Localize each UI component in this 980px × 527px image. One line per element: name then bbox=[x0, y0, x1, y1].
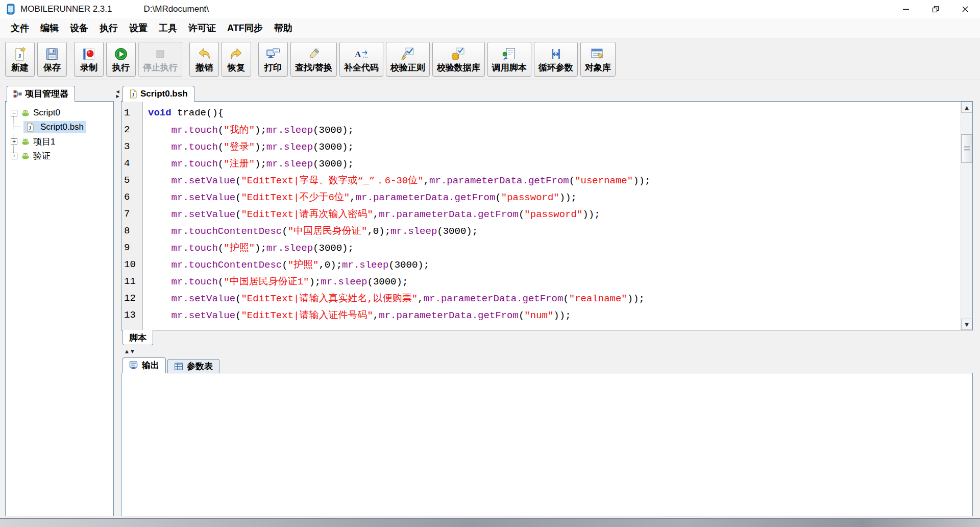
code-editor[interactable]: 1void trade(){2 mr.touch("我的");mr.sleep(… bbox=[121, 102, 973, 330]
tab-output[interactable]: 输出 bbox=[122, 357, 166, 373]
toolbar-group: J新建保存 bbox=[5, 42, 67, 77]
android-icon bbox=[20, 152, 30, 160]
vertical-scrollbar[interactable]: ▲ ▼ bbox=[961, 102, 972, 330]
code-line-1[interactable]: 1void trade(){ bbox=[121, 104, 961, 121]
restore-button[interactable] bbox=[921, 0, 950, 18]
scrollbar-thumb[interactable] bbox=[961, 134, 972, 163]
code-line-9[interactable]: 9 mr.touch("护照");mr.sleep(3000); bbox=[121, 239, 961, 256]
code-line-2[interactable]: 2 mr.touch("我的");mr.sleep(3000); bbox=[121, 121, 961, 138]
svg-text:A: A bbox=[355, 50, 361, 59]
code-text: mr.setValue("EditText|请再次输入密码",mr.parame… bbox=[143, 207, 600, 221]
script-file-icon: J bbox=[129, 89, 137, 99]
code-line-7[interactable]: 7 mr.setValue("EditText|请再次输入密码",mr.para… bbox=[121, 205, 961, 222]
tree-item-verify[interactable]: +验证 bbox=[7, 149, 112, 163]
toolbar-group: 录制执行停止执行 bbox=[74, 42, 182, 77]
line-number: 8 bbox=[121, 225, 143, 236]
new-button[interactable]: J新建 bbox=[5, 42, 35, 77]
code-line-10[interactable]: 10 mr.touchContentDesc("护照",0);mr.sleep(… bbox=[121, 256, 961, 273]
complete-code-button-label: 补全代码 bbox=[344, 63, 379, 72]
tab-param-table[interactable]: 参数表 bbox=[167, 359, 219, 373]
complete-code-icon: A bbox=[354, 46, 369, 62]
svg-text:J: J bbox=[132, 91, 134, 97]
tab-script0-bsh[interactable]: J Script0.bsh bbox=[122, 86, 194, 101]
save-button[interactable]: 保存 bbox=[37, 42, 67, 77]
scroll-down-button[interactable]: ▼ bbox=[961, 319, 972, 330]
save-button-label: 保存 bbox=[43, 63, 61, 72]
find-replace-button-label: 查找/替换 bbox=[295, 63, 332, 72]
tree-expander-minus[interactable]: − bbox=[11, 110, 17, 116]
tree-expander-plus[interactable]: + bbox=[11, 153, 17, 159]
tab-script[interactable]: 脚本 bbox=[122, 330, 153, 345]
close-button[interactable] bbox=[950, 0, 980, 18]
restore-icon bbox=[932, 6, 939, 13]
code-line-6[interactable]: 6 mr.setValue("EditText|不少于6位",mr.parame… bbox=[121, 188, 961, 205]
complete-code-button[interactable]: A补全代码 bbox=[339, 42, 383, 77]
undo-button[interactable]: 撤销 bbox=[189, 42, 219, 77]
menu-item-run[interactable]: 执行 bbox=[94, 19, 124, 37]
tab-project-manager[interactable]: 项目管理器 bbox=[7, 86, 75, 101]
validate-regex-button[interactable]: 校验正则 bbox=[386, 42, 430, 77]
redo-button-label: 恢复 bbox=[228, 63, 245, 72]
object-library-button[interactable]: 对象库 bbox=[580, 42, 616, 77]
minimize-button[interactable] bbox=[891, 0, 921, 18]
tree-connector bbox=[14, 118, 21, 127]
app-icon bbox=[5, 4, 16, 15]
tree-expander-plus[interactable]: + bbox=[11, 138, 17, 145]
code-line-11[interactable]: 11 mr.touch("中国居民身份证1");mr.sleep(3000); bbox=[121, 273, 961, 290]
collapse-up-icon[interactable]: ▲ bbox=[125, 349, 129, 354]
line-number: 9 bbox=[121, 242, 143, 253]
line-number: 6 bbox=[121, 191, 143, 203]
tree-item-script0-bsh[interactable]: JScript0.bsh bbox=[7, 120, 112, 134]
selected-highlight: JScript0.bsh bbox=[23, 121, 86, 133]
find-replace-button[interactable]: 查找/替换 bbox=[290, 42, 337, 77]
validate-db-button[interactable]: 校验数据库 bbox=[432, 42, 485, 77]
collapse-left-icon[interactable]: ◀ bbox=[116, 90, 119, 94]
code-line-4[interactable]: 4 mr.touch("注册");mr.sleep(3000); bbox=[121, 155, 961, 172]
line-number: 11 bbox=[121, 276, 143, 287]
menu-item-atf-sync[interactable]: ATF同步 bbox=[222, 19, 268, 37]
menu-item-help[interactable]: 帮助 bbox=[268, 19, 298, 37]
new-file-icon: J bbox=[12, 46, 28, 62]
code-text: mr.setValue("EditText|请输入证件号码",mr.parame… bbox=[143, 308, 571, 322]
window-controls bbox=[891, 0, 980, 18]
call-script-icon bbox=[502, 46, 517, 62]
tree-item-label: 项目1 bbox=[33, 136, 55, 148]
svg-text:J: J bbox=[29, 125, 31, 131]
code-line-5[interactable]: 5 mr.setValue("EditText|字母、数字或“_”，6-30位"… bbox=[121, 172, 961, 188]
expand-down-icon[interactable]: ▼ bbox=[131, 349, 134, 354]
stop-icon bbox=[153, 46, 167, 62]
record-button[interactable]: 录制 bbox=[74, 42, 104, 77]
call-script-button[interactable]: 调用脚本 bbox=[487, 42, 531, 77]
output-content[interactable] bbox=[121, 373, 973, 516]
code-line-12[interactable]: 12 mr.setValue("EditText|请输入真实姓名,以便购票",m… bbox=[121, 290, 961, 306]
tree-item-script0[interactable]: −Script0 bbox=[7, 106, 112, 120]
code-line-13[interactable]: 13 mr.setValue("EditText|请输入证件号码",mr.par… bbox=[121, 306, 961, 323]
print-button[interactable]: 打印 bbox=[258, 42, 288, 77]
horizontal-splitter[interactable]: ▲ ▼ bbox=[121, 345, 973, 357]
tree-item-project1[interactable]: +项目1 bbox=[7, 134, 112, 149]
code-text: mr.setValue("EditText|请输入真实姓名,以便购票",mr.p… bbox=[143, 292, 645, 305]
code-area[interactable]: 1void trade(){2 mr.touch("我的");mr.sleep(… bbox=[121, 102, 961, 330]
menu-item-license[interactable]: 许可证 bbox=[183, 19, 222, 37]
toolbar-group: 打印查找/替换A补全代码校验正则校验数据库调用脚本循环参数对象库 bbox=[258, 42, 616, 77]
menu-item-device[interactable]: 设备 bbox=[64, 19, 94, 37]
line-number: 4 bbox=[121, 158, 143, 169]
project-tree-container: −Script0JScript0.bsh+项目1+验证 bbox=[5, 102, 114, 516]
line-number: 12 bbox=[121, 293, 143, 304]
run-button[interactable]: 执行 bbox=[106, 42, 136, 77]
code-line-3[interactable]: 3 mr.touch("登录");mr.sleep(3000); bbox=[121, 138, 961, 155]
expand-right-icon[interactable]: ▶ bbox=[116, 94, 119, 99]
code-line-8[interactable]: 8 mr.touchContentDesc("中国居民身份证",0);mr.sl… bbox=[121, 222, 961, 239]
menu-item-tools[interactable]: 工具 bbox=[153, 19, 183, 37]
menu-item-edit[interactable]: 编辑 bbox=[35, 19, 64, 37]
redo-button[interactable]: 恢复 bbox=[222, 42, 251, 77]
scroll-up-button[interactable]: ▲ bbox=[961, 102, 972, 113]
loop-params-button[interactable]: 循环参数 bbox=[534, 42, 578, 77]
run-button-label: 执行 bbox=[112, 63, 130, 72]
code-text: mr.touchContentDesc("护照",0);mr.sleep(300… bbox=[143, 258, 429, 271]
vertical-splitter[interactable]: ◀ ▶ bbox=[115, 86, 120, 516]
menu-item-settings[interactable]: 设置 bbox=[124, 19, 153, 37]
script-editor-pane: J Script0.bsh 1void trade(){2 mr.touch("… bbox=[121, 86, 973, 345]
code-text: mr.touch("中国居民身份证1");mr.sleep(3000); bbox=[143, 275, 408, 288]
menu-item-file[interactable]: 文件 bbox=[5, 19, 35, 37]
